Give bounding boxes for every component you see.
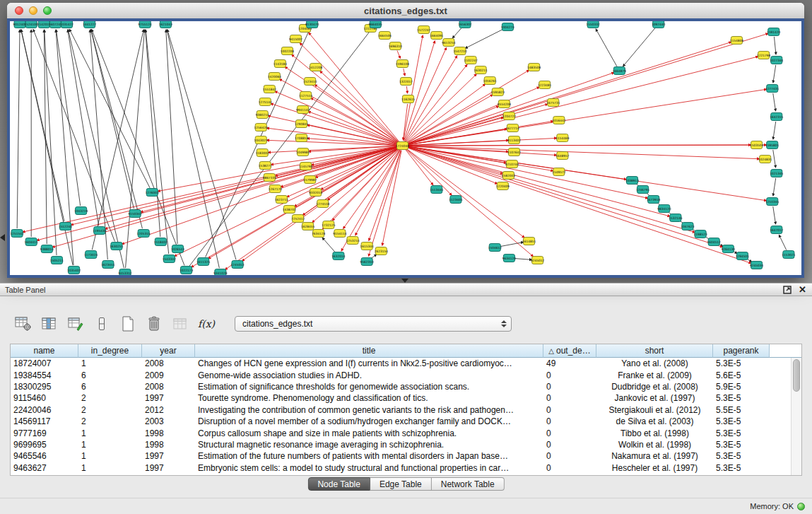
table-cell[interactable]: 18724007: [11, 358, 78, 368]
table-selector-dropdown[interactable]: citations_edges.txt: [235, 316, 512, 332]
table-cell[interactable]: Changes of HCN gene expression and I(f) …: [195, 358, 543, 368]
table-cell[interactable]: Estimation of the future numbers of pati…: [195, 451, 543, 461]
graph-node[interactable]: 9332014: [309, 189, 322, 197]
table-cell[interactable]: Tourette syndrome. Phenomenology and cla…: [195, 393, 543, 403]
table-cell[interactable]: 0: [543, 393, 596, 403]
graph-node[interactable]: 1024831: [758, 156, 772, 163]
table-cell[interactable]: 1997: [142, 451, 195, 461]
graph-node[interactable]: 1294501: [736, 252, 749, 260]
graph-node[interactable]: 1512240: [59, 223, 72, 230]
graph-node[interactable]: 8130470: [305, 21, 319, 28]
table-cell[interactable]: 5.3E-5: [713, 393, 770, 403]
graph-node[interactable]: 1441227: [83, 21, 96, 28]
table-row[interactable]: 946554611997Estimation of the future num…: [11, 450, 791, 462]
graph-node[interactable]: 1256420: [254, 124, 268, 132]
graph-node[interactable]: 1513445: [430, 186, 443, 194]
graph-node[interactable]: 1518402: [154, 238, 167, 246]
column-icon[interactable]: [93, 315, 111, 333]
graph-node[interactable]: 1198523: [694, 230, 707, 238]
graph-node[interactable]: 1153021: [782, 251, 795, 259]
table-cell[interactable]: Disruption of a novel member of a sodium…: [195, 416, 543, 426]
graph-node[interactable]: 1505211: [50, 257, 64, 264]
graph-node[interactable]: 1031422: [60, 21, 73, 28]
graph-node[interactable]: 1027344: [770, 57, 783, 64]
table-row[interactable]: 946362711997Embryonic stem cells: a mode…: [11, 462, 791, 474]
table-cell[interactable]: 9463627: [11, 463, 78, 473]
graph-node[interactable]: 1677714: [506, 124, 519, 132]
graph-node[interactable]: 1412208: [309, 64, 322, 71]
minimize-window-button[interactable]: [29, 6, 37, 15]
graph-node[interactable]: 1538277: [259, 162, 272, 170]
graph-node[interactable]: 9941142: [296, 106, 310, 114]
graph-node[interactable]: 1550332: [587, 21, 600, 28]
table-cell[interactable]: Dudbridge et al. (2008): [596, 382, 713, 392]
graph-node[interactable]: 7623154: [375, 247, 388, 255]
table-cell[interactable]: 0: [543, 428, 596, 438]
table-cell[interactable]: 5.3E-5: [713, 416, 770, 426]
graph-node[interactable]: 1035402: [67, 267, 81, 274]
graph-node[interactable]: 1195430: [93, 227, 106, 235]
table-cell[interactable]: 5.9E-5: [713, 382, 770, 392]
tab-network-table[interactable]: Network Table: [432, 477, 505, 491]
table-row[interactable]: 1830029562008Estimation of significance …: [11, 381, 791, 392]
table-cell[interactable]: 5.3E-5: [713, 463, 770, 473]
table-cell[interactable]: Embryonic stem cells: a model to study s…: [195, 463, 543, 473]
table-row[interactable]: 911546021997Tourette syndrome. Phenomeno…: [11, 392, 791, 404]
graph-node[interactable]: 1664879: [613, 67, 626, 75]
table-cell[interactable]: Wolkin et al. (1998): [596, 440, 713, 450]
table-cell[interactable]: Jankovic et al. (1997): [596, 393, 713, 403]
graph-node[interactable]: 1572247: [417, 26, 430, 34]
table-cell[interactable]: 0: [543, 370, 596, 380]
graph-node[interactable]: 1123405: [449, 196, 462, 204]
table-cell[interactable]: 5.6E-5: [713, 370, 770, 380]
graph-node[interactable]: 9245012: [531, 257, 544, 264]
graph-node[interactable]: 9554208: [498, 100, 511, 108]
graph-node[interactable]: 1673918: [647, 196, 660, 204]
graph-node[interactable]: 1623711: [275, 196, 288, 204]
graph-node[interactable]: 1204722: [502, 112, 516, 120]
graph-node[interactable]: 1675731: [546, 99, 560, 107]
create-table-icon[interactable]: [119, 315, 137, 333]
table-cell[interactable]: Structural magnetic resonance image aver…: [195, 440, 543, 450]
graph-node[interactable]: 1043219: [74, 207, 88, 215]
close-panel-icon[interactable]: ✕: [799, 285, 806, 294]
table-cell[interactable]: 0: [543, 463, 596, 473]
column-header-year[interactable]: year: [142, 344, 195, 358]
table-cell[interactable]: 1: [78, 440, 142, 450]
scrollbar-thumb[interactable]: [793, 359, 800, 392]
graph-node[interactable]: 1220409: [496, 182, 510, 190]
graph-node[interactable]: 9380214: [256, 111, 269, 119]
west-panel-collapse-arrow[interactable]: [0, 234, 5, 241]
table-cell[interactable]: Franke et al. (2009): [596, 370, 713, 380]
graph-node[interactable]: 1016261: [483, 77, 497, 85]
table-cell[interactable]: 0: [543, 405, 596, 415]
graph-node[interactable]: 1127514: [299, 92, 312, 100]
table-cell[interactable]: 0: [543, 382, 596, 392]
edit-values-icon[interactable]: [66, 315, 85, 333]
import-table-icon[interactable]: [171, 315, 189, 333]
graph-node[interactable]: 1615344: [360, 243, 374, 250]
table-cell[interactable]: 9699695: [11, 440, 78, 450]
graph-node[interactable]: 1647012: [770, 226, 783, 234]
table-cell[interactable]: 19384554: [11, 370, 78, 380]
graph-node[interactable]: 9453312: [118, 269, 131, 276]
graph-node[interactable]: 9210744: [505, 160, 519, 168]
table-cell[interactable]: Investigating the contribution of common…: [195, 405, 543, 415]
table-cell[interactable]: 2008: [142, 358, 195, 368]
graph-node[interactable]: 1632014: [331, 252, 345, 260]
table-row[interactable]: 2242004622012Investigating the contribut…: [11, 404, 791, 416]
graph-node[interactable]: 1628455: [301, 223, 314, 230]
table-scrollbar[interactable]: [791, 358, 801, 475]
graph-node[interactable]: 9415007: [289, 35, 302, 43]
table-cell[interactable]: Hescheler et al. (1997): [596, 463, 713, 473]
graph-node[interactable]: 1630211: [474, 66, 488, 74]
graph-node[interactable]: 9245034: [750, 262, 763, 269]
table-cell[interactable]: 9115460: [11, 393, 78, 403]
graph-node[interactable]: 1696310: [389, 42, 402, 50]
graph-node[interactable]: 1611325: [196, 258, 210, 266]
graph-node[interactable]: 1551842: [263, 86, 276, 93]
graph-node[interactable]: 9341028: [213, 269, 227, 276]
column-header-out-de-[interactable]: △out_de…: [543, 344, 596, 358]
graph-node[interactable]: 1021345: [770, 170, 783, 177]
table-cell[interactable]: 2009: [142, 370, 195, 380]
